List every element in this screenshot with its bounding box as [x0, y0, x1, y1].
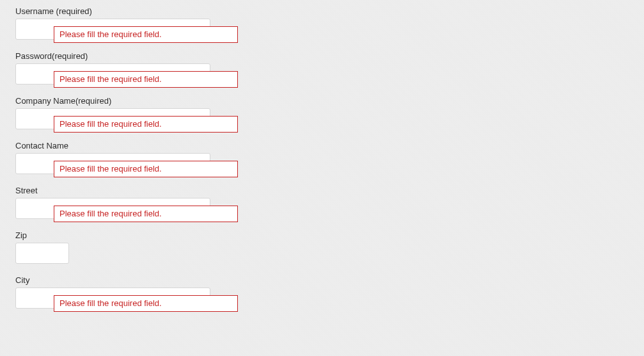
street-error: Please fill the required field.	[54, 206, 238, 222]
street-input-wrap: Please fill the required field.	[15, 198, 644, 219]
company-input-wrap: Please fill the required field.	[15, 108, 644, 129]
contact-input-wrap: Please fill the required field.	[15, 153, 644, 174]
company-label: Company Name(required)	[15, 96, 644, 106]
field-zip: Zip	[15, 231, 644, 264]
zip-label: Zip	[15, 231, 644, 240]
username-error: Please fill the required field.	[54, 26, 238, 43]
field-password: Password(required) Please fill the requi…	[15, 51, 644, 85]
username-label: Username (required)	[15, 6, 644, 16]
contact-error: Please fill the required field.	[54, 161, 238, 177]
field-city: City Please fill the required field.	[15, 275, 644, 309]
city-input-wrap: Please fill the required field.	[15, 287, 644, 309]
username-input-wrap: Please fill the required field.	[15, 19, 644, 40]
field-street: Street Please fill the required field.	[15, 186, 644, 219]
field-contact: Contact Name Please fill the required fi…	[15, 141, 644, 174]
contact-label: Contact Name	[15, 141, 644, 150]
city-error: Please fill the required field.	[54, 295, 238, 312]
zip-input[interactable]	[15, 243, 69, 264]
password-label: Password(required)	[15, 51, 644, 61]
company-error: Please fill the required field.	[54, 116, 238, 133]
field-username: Username (required) Please fill the requ…	[15, 6, 644, 40]
password-error: Please fill the required field.	[54, 71, 238, 88]
zip-input-wrap	[15, 243, 644, 264]
city-label: City	[15, 275, 644, 285]
field-company: Company Name(required) Please fill the r…	[15, 96, 644, 129]
password-input-wrap: Please fill the required field.	[15, 63, 644, 85]
street-label: Street	[15, 186, 644, 195]
